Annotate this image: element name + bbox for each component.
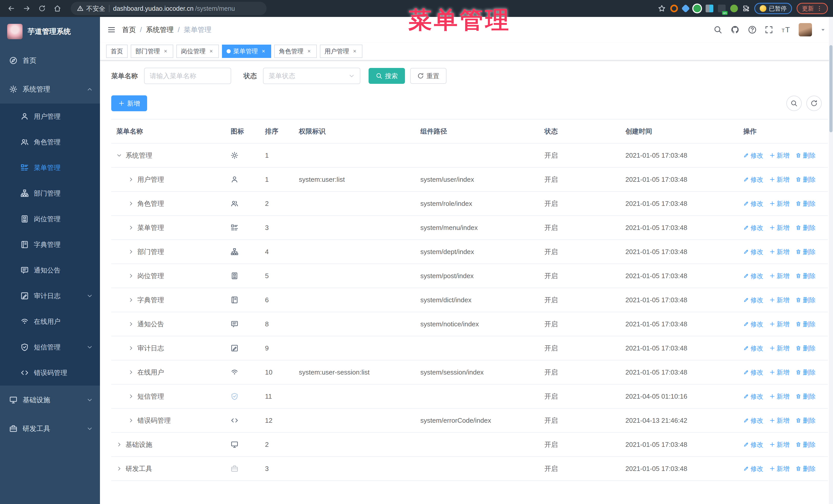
edit-link[interactable]: 修改 bbox=[743, 199, 763, 208]
sidebar-item-infra[interactable]: 基础设施 bbox=[0, 386, 100, 414]
expand-expand-icon[interactable] bbox=[116, 466, 122, 472]
extension-icon-monkey[interactable] bbox=[730, 5, 738, 12]
expand-collapse-icon[interactable] bbox=[116, 152, 122, 158]
edit-link[interactable]: 修改 bbox=[743, 296, 763, 304]
expand-expand-icon[interactable] bbox=[128, 273, 134, 279]
sidebar-item-menu[interactable]: 菜单管理 bbox=[0, 155, 100, 181]
paused-badge[interactable]: 已暂停 bbox=[754, 3, 792, 14]
header-search-icon[interactable] bbox=[714, 25, 722, 34]
add-link[interactable]: 新增 bbox=[769, 320, 789, 329]
delete-link[interactable]: 删除 bbox=[795, 344, 815, 353]
github-icon[interactable] bbox=[731, 25, 740, 34]
add-link[interactable]: 新增 bbox=[769, 151, 789, 160]
bookmark-star-icon[interactable] bbox=[658, 5, 666, 12]
add-link[interactable]: 新增 bbox=[769, 199, 789, 208]
help-icon[interactable] bbox=[748, 25, 757, 34]
edit-link[interactable]: 修改 bbox=[743, 344, 763, 353]
edit-link[interactable]: 修改 bbox=[743, 464, 763, 473]
edit-link[interactable]: 修改 bbox=[743, 272, 763, 280]
extensions-puzzle-icon[interactable] bbox=[742, 5, 750, 12]
sidebar-item-role[interactable]: 角色管理 bbox=[0, 129, 100, 155]
add-link[interactable]: 新增 bbox=[769, 296, 789, 304]
delete-link[interactable]: 删除 bbox=[795, 175, 815, 184]
sidebar-item-post[interactable]: 岗位管理 bbox=[0, 206, 100, 232]
edit-link[interactable]: 修改 bbox=[743, 368, 763, 377]
sidebar-item-errcode[interactable]: 错误码管理 bbox=[0, 360, 100, 386]
close-icon[interactable]: × bbox=[306, 48, 312, 55]
tab-role[interactable]: 角色管理× bbox=[274, 45, 317, 58]
expand-expand-icon[interactable] bbox=[128, 201, 134, 207]
close-icon[interactable]: × bbox=[352, 48, 358, 55]
hamburger-icon[interactable] bbox=[107, 25, 116, 34]
add-link[interactable]: 新增 bbox=[769, 175, 789, 184]
add-link[interactable]: 新增 bbox=[769, 272, 789, 280]
sidebar-item-system[interactable]: 系统管理 bbox=[0, 75, 100, 103]
sidebar-item-home[interactable]: 首页 bbox=[0, 46, 100, 75]
avatar-caret-icon[interactable] bbox=[820, 27, 826, 32]
edit-link[interactable]: 修改 bbox=[743, 416, 763, 425]
app-logo-row[interactable]: 芋道管理系统 bbox=[0, 17, 100, 46]
reset-button[interactable]: 重置 bbox=[410, 68, 447, 84]
font-size-icon[interactable]: TT bbox=[781, 25, 790, 34]
delete-link[interactable]: 删除 bbox=[795, 272, 815, 280]
fullscreen-icon[interactable] bbox=[765, 26, 773, 34]
edit-link[interactable]: 修改 bbox=[743, 223, 763, 232]
expand-expand-icon[interactable] bbox=[128, 345, 134, 351]
browser-back-button[interactable] bbox=[5, 2, 18, 15]
browser-home-button[interactable] bbox=[51, 2, 64, 15]
expand-expand-icon[interactable] bbox=[128, 417, 134, 423]
page-scrollbar[interactable] bbox=[829, 17, 833, 504]
expand-expand-icon[interactable] bbox=[128, 177, 134, 182]
address-bar[interactable]: 不安全 dashboard.yudao.iocoder.cn/system/me… bbox=[71, 2, 266, 15]
add-link[interactable]: 新增 bbox=[769, 223, 789, 232]
sidebar-item-sms[interactable]: 短信管理 bbox=[0, 334, 100, 360]
add-link[interactable]: 新增 bbox=[769, 392, 789, 401]
add-link[interactable]: 新增 bbox=[769, 416, 789, 425]
refresh-table-button[interactable] bbox=[806, 96, 822, 111]
edit-link[interactable]: 修改 bbox=[743, 320, 763, 329]
add-link[interactable]: 新增 bbox=[769, 248, 789, 256]
edit-link[interactable]: 修改 bbox=[743, 392, 763, 401]
expand-expand-icon[interactable] bbox=[128, 249, 134, 255]
delete-link[interactable]: 删除 bbox=[795, 392, 815, 401]
edit-link[interactable]: 修改 bbox=[743, 248, 763, 256]
expand-expand-icon[interactable] bbox=[128, 393, 134, 399]
sidebar-item-user[interactable]: 用户管理 bbox=[0, 103, 100, 129]
browser-forward-button[interactable] bbox=[21, 2, 33, 15]
expand-expand-icon[interactable] bbox=[128, 369, 134, 375]
extension-icon-dark-on[interactable]: on bbox=[718, 5, 725, 12]
sidebar-item-dept[interactable]: 部门管理 bbox=[0, 181, 100, 206]
delete-link[interactable]: 删除 bbox=[795, 416, 815, 425]
extension-icon-green-check[interactable] bbox=[693, 5, 701, 12]
scrollbar-thumb[interactable] bbox=[829, 45, 832, 132]
user-avatar[interactable] bbox=[799, 23, 812, 37]
search-button[interactable]: 搜索 bbox=[368, 68, 405, 84]
add-button[interactable]: 新增 bbox=[111, 95, 147, 111]
add-link[interactable]: 新增 bbox=[769, 344, 789, 353]
tab-dept[interactable]: 部门管理× bbox=[131, 45, 173, 58]
tab-post[interactable]: 岗位管理× bbox=[176, 45, 219, 58]
delete-link[interactable]: 删除 bbox=[795, 248, 815, 256]
sidebar-item-dict[interactable]: 字典管理 bbox=[0, 232, 100, 257]
close-icon[interactable]: × bbox=[163, 48, 169, 55]
tab-menu[interactable]: 菜单管理× bbox=[222, 45, 271, 58]
extension-icon-orange[interactable] bbox=[670, 5, 678, 12]
toggle-search-button[interactable] bbox=[786, 96, 802, 111]
browser-reload-button[interactable] bbox=[36, 2, 48, 15]
delete-link[interactable]: 删除 bbox=[795, 199, 815, 208]
sidebar-item-notice[interactable]: 通知公告 bbox=[0, 257, 100, 283]
menu-name-input[interactable] bbox=[144, 68, 231, 84]
delete-link[interactable]: 删除 bbox=[795, 223, 815, 232]
edit-link[interactable]: 修改 bbox=[743, 151, 763, 160]
expand-expand-icon[interactable] bbox=[128, 297, 134, 303]
close-icon[interactable]: × bbox=[260, 48, 266, 55]
tab-home[interactable]: 首页 bbox=[106, 45, 128, 58]
expand-expand-icon[interactable] bbox=[128, 225, 134, 231]
edit-link[interactable]: 修改 bbox=[743, 175, 763, 184]
add-link[interactable]: 新增 bbox=[769, 464, 789, 473]
delete-link[interactable]: 删除 bbox=[795, 464, 815, 473]
sidebar-item-devtools[interactable]: 研发工具 bbox=[0, 414, 100, 443]
sidebar-item-online[interactable]: 在线用户 bbox=[0, 309, 100, 334]
breadcrumb-system[interactable]: 系统管理 bbox=[146, 25, 174, 34]
tab-user[interactable]: 用户管理× bbox=[320, 45, 362, 58]
